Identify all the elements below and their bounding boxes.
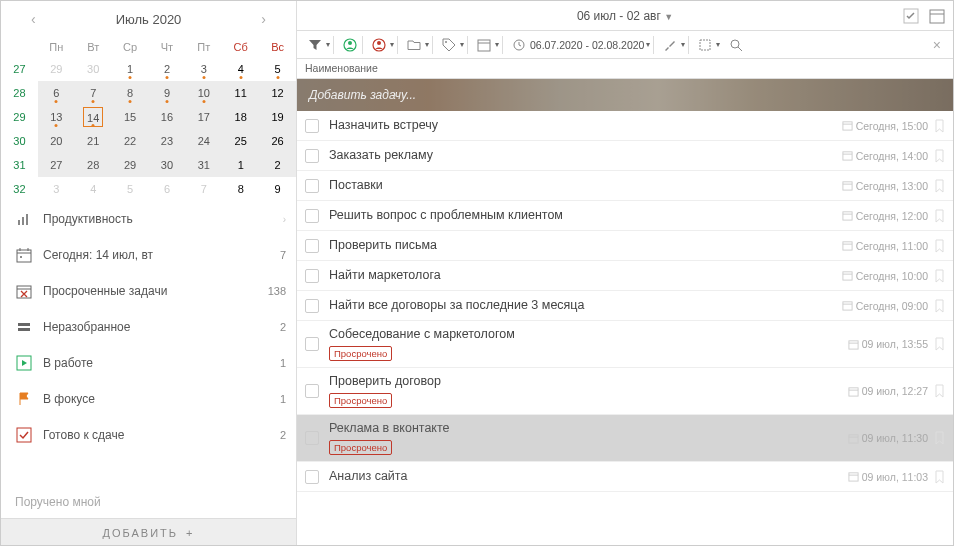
calendar-day[interactable]: 2 bbox=[259, 153, 296, 177]
bookmark-icon[interactable] bbox=[934, 470, 945, 484]
sidebar-item[interactable]: Продуктивность› bbox=[1, 201, 296, 237]
task-row[interactable]: Найти все договоры за последние 3 месяца… bbox=[297, 291, 953, 321]
prev-month-button[interactable]: ‹ bbox=[25, 9, 42, 29]
search-icon[interactable] bbox=[727, 36, 745, 54]
brush-icon[interactable] bbox=[661, 36, 679, 54]
bookmark-icon[interactable] bbox=[934, 119, 945, 133]
task-row[interactable]: Реклама в вконтактеПросрочено09 июл, 11:… bbox=[297, 415, 953, 462]
task-checkbox[interactable] bbox=[305, 337, 319, 351]
task-row[interactable]: Решить вопрос с проблемным клиентомСегод… bbox=[297, 201, 953, 231]
sidebar-item[interactable]: Сегодня: 14 июл, вт7 bbox=[1, 237, 296, 273]
calendar-day[interactable]: 25 bbox=[222, 129, 259, 153]
task-row[interactable]: Собеседование с маркетологомПросрочено09… bbox=[297, 321, 953, 368]
calendar-day[interactable]: 30 bbox=[149, 153, 186, 177]
bookmark-icon[interactable] bbox=[934, 431, 945, 445]
calendar-day[interactable]: 1 bbox=[222, 153, 259, 177]
calendar-day[interactable]: 9 bbox=[259, 177, 296, 201]
filter-icon[interactable] bbox=[306, 36, 324, 54]
add-button[interactable]: ДОБАВИТЬ + bbox=[1, 518, 296, 546]
task-row[interactable]: Проверить договорПросрочено09 июл, 12:27 bbox=[297, 368, 953, 415]
calendar-day[interactable]: 29 bbox=[38, 57, 75, 81]
task-checkbox[interactable] bbox=[305, 239, 319, 253]
checklist-icon[interactable] bbox=[901, 6, 921, 26]
task-row[interactable]: Назначить встречуСегодня, 15:00 bbox=[297, 111, 953, 141]
task-checkbox[interactable] bbox=[305, 179, 319, 193]
calendar-day[interactable]: 7 bbox=[185, 177, 222, 201]
calendar-day[interactable]: 3 bbox=[38, 177, 75, 201]
next-month-button[interactable]: › bbox=[255, 9, 272, 29]
select-icon[interactable] bbox=[696, 36, 714, 54]
search-input[interactable] bbox=[749, 35, 922, 55]
calendar-day[interactable]: 4 bbox=[222, 57, 259, 81]
calendar-day[interactable]: 11 bbox=[222, 81, 259, 105]
calendar-view-icon[interactable] bbox=[927, 6, 947, 26]
calendar-day[interactable]: 17 bbox=[185, 105, 222, 129]
calendar-day[interactable]: 12 bbox=[259, 81, 296, 105]
calendar-day[interactable]: 26 bbox=[259, 129, 296, 153]
tag-icon[interactable] bbox=[440, 36, 458, 54]
task-checkbox[interactable] bbox=[305, 209, 319, 223]
calendar-cfg-icon[interactable] bbox=[475, 36, 493, 54]
task-checkbox[interactable] bbox=[305, 299, 319, 313]
calendar-day[interactable]: 31 bbox=[185, 153, 222, 177]
task-checkbox[interactable] bbox=[305, 269, 319, 283]
calendar-day[interactable]: 5 bbox=[112, 177, 149, 201]
calendar-day[interactable]: 4 bbox=[75, 177, 112, 201]
calendar-day[interactable]: 15 bbox=[112, 105, 149, 129]
bookmark-icon[interactable] bbox=[934, 239, 945, 253]
task-row[interactable]: ПоставкиСегодня, 13:00 bbox=[297, 171, 953, 201]
calendar-day[interactable]: 8 bbox=[222, 177, 259, 201]
calendar-day[interactable]: 6 bbox=[38, 81, 75, 105]
sidebar-item[interactable]: Просроченные задачи138 bbox=[1, 273, 296, 309]
calendar-day[interactable]: 9 bbox=[149, 81, 186, 105]
calendar-day[interactable]: 10 bbox=[185, 81, 222, 105]
calendar-day[interactable]: 3 bbox=[185, 57, 222, 81]
task-checkbox[interactable] bbox=[305, 384, 319, 398]
user-green-icon[interactable] bbox=[341, 36, 359, 54]
calendar-day[interactable]: 22 bbox=[112, 129, 149, 153]
user-red-icon[interactable] bbox=[370, 36, 388, 54]
calendar-day[interactable]: 7 bbox=[75, 81, 112, 105]
task-checkbox[interactable] bbox=[305, 470, 319, 484]
bookmark-icon[interactable] bbox=[934, 149, 945, 163]
add-task-input[interactable]: Добавить задачу... bbox=[297, 79, 953, 111]
calendar-day[interactable]: 30 bbox=[75, 57, 112, 81]
task-row[interactable]: Найти маркетологаСегодня, 10:00 bbox=[297, 261, 953, 291]
calendar-day[interactable]: 13 bbox=[38, 105, 75, 129]
task-checkbox[interactable] bbox=[305, 119, 319, 133]
calendar-day[interactable]: 8 bbox=[112, 81, 149, 105]
bookmark-icon[interactable] bbox=[934, 299, 945, 313]
calendar-day[interactable]: 16 bbox=[149, 105, 186, 129]
task-checkbox[interactable] bbox=[305, 431, 319, 445]
calendar-day[interactable]: 28 bbox=[75, 153, 112, 177]
calendar-day[interactable]: 21 bbox=[75, 129, 112, 153]
calendar-day[interactable]: 1 bbox=[112, 57, 149, 81]
calendar-day[interactable]: 14 bbox=[75, 105, 112, 129]
task-row[interactable]: Анализ сайта09 июл, 11:03 bbox=[297, 462, 953, 492]
filter-dropdown[interactable]: ▾ bbox=[326, 40, 330, 49]
calendar-day[interactable]: 27 bbox=[38, 153, 75, 177]
calendar-day[interactable]: 19 bbox=[259, 105, 296, 129]
bookmark-icon[interactable] bbox=[934, 269, 945, 283]
task-row[interactable]: Проверить письмаСегодня, 11:00 bbox=[297, 231, 953, 261]
sidebar-item[interactable]: В работе1 bbox=[1, 345, 296, 381]
bookmark-icon[interactable] bbox=[934, 337, 945, 351]
close-icon[interactable]: × bbox=[927, 37, 947, 53]
sidebar-item-assigned-by-me[interactable]: Поручено мной bbox=[1, 486, 296, 518]
bookmark-icon[interactable] bbox=[934, 209, 945, 223]
task-row[interactable]: Заказать рекламуСегодня, 14:00 bbox=[297, 141, 953, 171]
sidebar-item[interactable]: В фокусе1 bbox=[1, 381, 296, 417]
calendar-day[interactable]: 24 bbox=[185, 129, 222, 153]
calendar-day[interactable]: 18 bbox=[222, 105, 259, 129]
calendar-day[interactable]: 23 bbox=[149, 129, 186, 153]
calendar-day[interactable]: 6 bbox=[149, 177, 186, 201]
toolbar-date-range[interactable]: 06.07.2020 - 02.08.2020 bbox=[530, 39, 644, 51]
date-range-selector[interactable]: 06 июл - 02 авг ▼ bbox=[577, 9, 673, 23]
sidebar-item[interactable]: Готово к сдаче2 bbox=[1, 417, 296, 453]
bookmark-icon[interactable] bbox=[934, 384, 945, 398]
sidebar-item[interactable]: Неразобранное2 bbox=[1, 309, 296, 345]
calendar-day[interactable]: 20 bbox=[38, 129, 75, 153]
calendar-day[interactable]: 5 bbox=[259, 57, 296, 81]
folder-icon[interactable] bbox=[405, 36, 423, 54]
calendar-day[interactable]: 2 bbox=[149, 57, 186, 81]
